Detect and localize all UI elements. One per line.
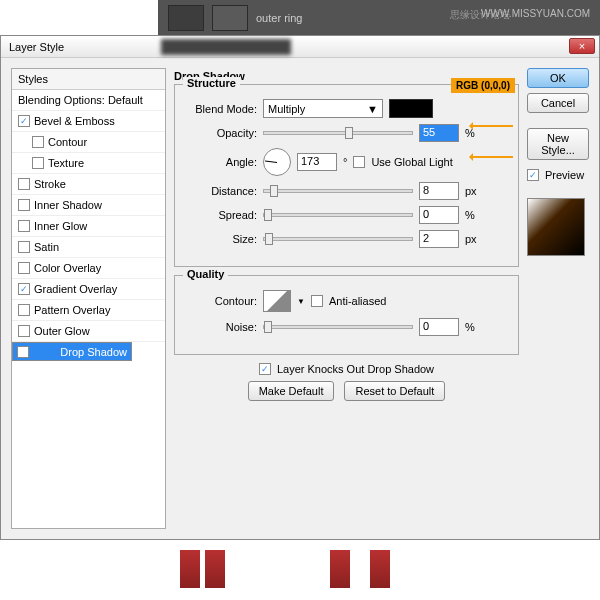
- blend-mode-label: Blend Mode:: [185, 103, 257, 115]
- angle-unit: °: [343, 156, 347, 168]
- knockout-label: Layer Knocks Out Drop Shadow: [277, 363, 434, 375]
- ribbon-decor: [205, 550, 225, 588]
- distance-input[interactable]: 8: [419, 182, 459, 200]
- layer-name: outer ring: [256, 12, 302, 24]
- settings-panel: Drop Shadow Structure Blend Mode: Multip…: [174, 68, 519, 529]
- angle-label: Angle:: [185, 156, 257, 168]
- style-label: Bevel & Emboss: [34, 115, 115, 127]
- global-light-checkbox[interactable]: [353, 156, 365, 168]
- blend-mode-select[interactable]: Multiply▼: [263, 99, 383, 118]
- watermark-site: WWW.MISSYUAN.COM: [481, 8, 590, 19]
- preview-checkbox[interactable]: [527, 169, 539, 181]
- style-item-gradient-overlay[interactable]: Gradient Overlay: [12, 279, 165, 300]
- ribbon-decor: [180, 550, 200, 588]
- blurred-text: [161, 39, 291, 55]
- style-label: Pattern Overlay: [34, 304, 110, 316]
- style-checkbox[interactable]: [18, 199, 30, 211]
- size-unit: px: [465, 233, 477, 245]
- style-checkbox[interactable]: [32, 157, 44, 169]
- noise-slider[interactable]: [263, 325, 413, 329]
- distance-slider[interactable]: [263, 189, 413, 193]
- style-checkbox[interactable]: [18, 178, 30, 190]
- style-checkbox[interactable]: [18, 283, 30, 295]
- noise-label: Noise:: [185, 321, 257, 333]
- spread-unit: %: [465, 209, 475, 221]
- chevron-down-icon[interactable]: ▼: [297, 297, 305, 306]
- contour-picker[interactable]: [263, 290, 291, 312]
- style-item-contour[interactable]: Contour: [12, 132, 165, 153]
- structure-legend: Structure: [183, 77, 240, 89]
- style-label: Texture: [48, 157, 84, 169]
- noise-unit: %: [465, 321, 475, 333]
- style-label: Inner Glow: [34, 220, 87, 232]
- style-item-inner-shadow[interactable]: Inner Shadow: [12, 195, 165, 216]
- global-light-label: Use Global Light: [371, 156, 452, 168]
- spread-label: Spread:: [185, 209, 257, 221]
- style-checkbox[interactable]: [18, 262, 30, 274]
- angle-dial[interactable]: [263, 148, 291, 176]
- opacity-input[interactable]: 55: [419, 124, 459, 142]
- annotation-rgb: RGB (0,0,0): [451, 78, 515, 93]
- distance-label: Distance:: [185, 185, 257, 197]
- layer-thumb[interactable]: [168, 5, 204, 31]
- style-label: Contour: [48, 136, 87, 148]
- size-slider[interactable]: [263, 237, 413, 241]
- style-label: Outer Glow: [34, 325, 90, 337]
- style-label: Gradient Overlay: [34, 283, 117, 295]
- cancel-button[interactable]: Cancel: [527, 93, 589, 113]
- shadow-color-swatch[interactable]: [389, 99, 433, 118]
- preview-label: Preview: [545, 169, 584, 181]
- styles-list: Styles Blending Options: DefaultBevel & …: [11, 68, 166, 529]
- size-input[interactable]: 2: [419, 230, 459, 248]
- style-item-outer-glow[interactable]: Outer Glow: [12, 321, 165, 342]
- style-item-satin[interactable]: Satin: [12, 237, 165, 258]
- footer-area: [0, 540, 600, 600]
- size-label: Size:: [185, 233, 257, 245]
- distance-unit: px: [465, 185, 477, 197]
- new-style-button[interactable]: New Style...: [527, 128, 589, 160]
- style-item-stroke[interactable]: Stroke: [12, 174, 165, 195]
- style-item-texture[interactable]: Texture: [12, 153, 165, 174]
- chevron-down-icon: ▼: [367, 103, 378, 115]
- style-item-color-overlay[interactable]: Color Overlay: [12, 258, 165, 279]
- style-label: Inner Shadow: [34, 199, 102, 211]
- ribbon-decor: [330, 550, 350, 588]
- opacity-slider[interactable]: [263, 131, 413, 135]
- style-item-blending-options-default[interactable]: Blending Options: Default: [12, 90, 165, 111]
- style-checkbox[interactable]: [18, 325, 30, 337]
- styles-header[interactable]: Styles: [12, 69, 165, 90]
- spread-slider[interactable]: [263, 213, 413, 217]
- style-checkbox[interactable]: [32, 136, 44, 148]
- dialog-title: Layer Style: [9, 41, 64, 53]
- style-checkbox[interactable]: [18, 241, 30, 253]
- ribbon-decor: [370, 550, 390, 588]
- spread-input[interactable]: 0: [419, 206, 459, 224]
- make-default-button[interactable]: Make Default: [248, 381, 335, 401]
- right-column: OK Cancel New Style... Preview: [527, 68, 589, 529]
- style-checkbox[interactable]: [18, 220, 30, 232]
- antialiased-checkbox[interactable]: [311, 295, 323, 307]
- opacity-label: Opacity:: [185, 127, 257, 139]
- ok-button[interactable]: OK: [527, 68, 589, 88]
- style-item-drop-shadow[interactable]: Drop Shadow: [12, 342, 132, 361]
- layer-thumb-mask[interactable]: [212, 5, 248, 31]
- structure-group: Structure Blend Mode: Multiply▼ Opacity:…: [174, 84, 519, 267]
- style-label: Drop Shadow: [60, 346, 127, 358]
- angle-input[interactable]: 173: [297, 153, 337, 171]
- style-checkbox[interactable]: [18, 304, 30, 316]
- layer-style-dialog: Layer Style × Styles Blending Options: D…: [0, 35, 600, 540]
- annotation-arrow: [471, 125, 513, 127]
- reset-default-button[interactable]: Reset to Default: [344, 381, 445, 401]
- style-item-inner-glow[interactable]: Inner Glow: [12, 216, 165, 237]
- noise-input[interactable]: 0: [419, 318, 459, 336]
- close-icon[interactable]: ×: [569, 38, 595, 54]
- knockout-checkbox[interactable]: [259, 363, 271, 375]
- style-label: Color Overlay: [34, 262, 101, 274]
- antialiased-label: Anti-aliased: [329, 295, 386, 307]
- quality-group: Quality Contour: ▼ Anti-aliased Noise: 0…: [174, 275, 519, 355]
- style-item-pattern-overlay[interactable]: Pattern Overlay: [12, 300, 165, 321]
- style-item-bevel-emboss[interactable]: Bevel & Emboss: [12, 111, 165, 132]
- style-checkbox[interactable]: [18, 115, 30, 127]
- style-checkbox[interactable]: [17, 346, 29, 358]
- dialog-titlebar[interactable]: Layer Style ×: [1, 36, 599, 58]
